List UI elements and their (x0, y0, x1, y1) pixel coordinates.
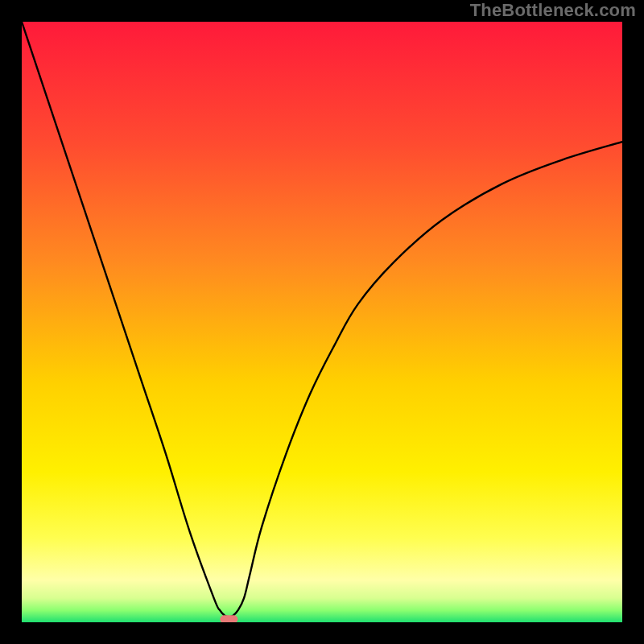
chart-svg (22, 22, 622, 622)
branding-label: TheBottleneck.com (470, 0, 636, 21)
chart-container: TheBottleneck.com (0, 0, 644, 644)
gradient-background (22, 22, 622, 622)
optimal-point-marker (220, 615, 237, 622)
plot-area (22, 22, 622, 622)
